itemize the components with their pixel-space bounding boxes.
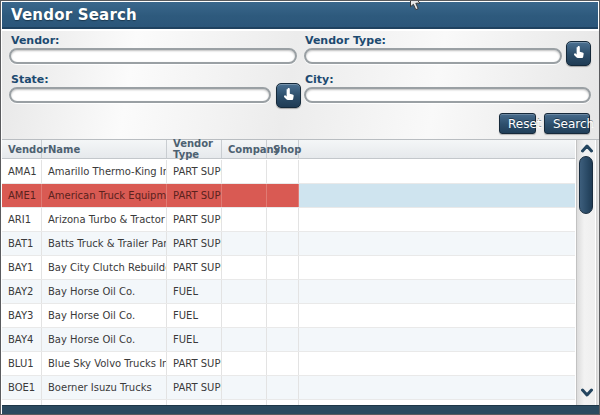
state-input[interactable] bbox=[9, 87, 271, 103]
table-row[interactable]: BOE1Boerner Isuzu TrucksPART SUPPLY bbox=[2, 376, 575, 400]
cell-name: Bay Horse Oil Co. bbox=[42, 280, 167, 303]
cell-name: Bay Horse Oil Co. bbox=[42, 304, 167, 327]
cell-shop bbox=[267, 376, 299, 399]
cell-vendor-type: FUEL bbox=[167, 304, 222, 327]
search-form: Vendor: Vendor Type: State: City: Reset … bbox=[2, 31, 600, 139]
vendor-search-window: Vendor Search Vendor: Vendor Type: State… bbox=[0, 0, 600, 415]
cell-company bbox=[222, 280, 267, 303]
cell-vendor: BAY2 bbox=[2, 280, 42, 303]
scroll-up-button[interactable] bbox=[578, 141, 595, 156]
table-body: AMA1Amarillo Thermo-King Inc.PART SUPPLY… bbox=[2, 160, 575, 406]
vertical-scrollbar[interactable] bbox=[576, 140, 595, 406]
cell-vendor: AMA1 bbox=[2, 160, 42, 183]
row-filler bbox=[299, 160, 575, 183]
cell-name: Batts Truck & Trailer Parts bbox=[42, 232, 167, 255]
row-filler bbox=[299, 184, 575, 207]
cell-vendor: ARI1 bbox=[2, 208, 42, 231]
vendor-input[interactable] bbox=[9, 48, 297, 64]
cell-shop bbox=[267, 184, 299, 207]
cell-shop bbox=[267, 208, 299, 231]
row-filler bbox=[299, 352, 575, 375]
city-input[interactable] bbox=[304, 87, 591, 103]
cell-vendor: BLU1 bbox=[2, 352, 42, 375]
cell-name: Amarillo Thermo-King Inc. bbox=[42, 160, 167, 183]
cell-shop bbox=[267, 352, 299, 375]
cell-company bbox=[222, 256, 267, 279]
cell-company bbox=[222, 160, 267, 183]
window-frame-edge bbox=[596, 140, 600, 406]
cell-vendor: BOE1 bbox=[2, 376, 42, 399]
table-row[interactable]: AME1American Truck EquipmentPART SUPPLY bbox=[2, 184, 575, 208]
column-header-name[interactable]: Name bbox=[42, 140, 167, 158]
cell-name: American Truck Equipment bbox=[42, 184, 167, 207]
state-label: State: bbox=[11, 73, 49, 86]
cell-name: Boerner Isuzu Trucks bbox=[42, 376, 167, 399]
cell-name: Arizona Turbo & Tractor Supply Inc. bbox=[42, 208, 167, 231]
scroll-down-button[interactable] bbox=[578, 385, 595, 400]
row-filler bbox=[299, 232, 575, 255]
cell-vendor-type: FUEL bbox=[167, 328, 222, 351]
column-header-company[interactable]: Company bbox=[222, 140, 267, 158]
row-filler bbox=[299, 304, 575, 327]
results-table: Vendor Name Vendor Type Company Shop AMA… bbox=[2, 139, 600, 405]
cell-shop bbox=[267, 304, 299, 327]
table-row[interactable]: BLU1Blue Sky Volvo Trucks Inc.PART SUPPL… bbox=[2, 352, 575, 376]
vendor-type-label: Vendor Type: bbox=[305, 34, 386, 47]
cell-vendor-type: PART SUPPLY bbox=[167, 184, 222, 207]
bottom-bar bbox=[2, 405, 600, 415]
reset-button[interactable]: Reset bbox=[499, 113, 536, 134]
table-row[interactable]: AMA1Amarillo Thermo-King Inc.PART SUPPLY bbox=[2, 160, 575, 184]
vendor-label: Vendor: bbox=[11, 34, 59, 47]
vendor-type-input[interactable] bbox=[304, 48, 562, 64]
row-filler bbox=[299, 376, 575, 399]
cell-vendor-type: PART SUPPLY bbox=[167, 256, 222, 279]
cell-company bbox=[222, 184, 267, 207]
cell-vendor: AME1 bbox=[2, 184, 42, 207]
vendor-type-picker-button[interactable] bbox=[566, 41, 591, 66]
cell-shop bbox=[267, 232, 299, 255]
row-filler bbox=[299, 328, 575, 351]
cell-vendor: BAT1 bbox=[2, 232, 42, 255]
cell-company bbox=[222, 352, 267, 375]
column-header-shop[interactable]: Shop bbox=[267, 140, 299, 158]
cell-name: Blue Sky Volvo Trucks Inc. bbox=[42, 352, 167, 375]
cell-vendor-type: PART SUPPLY bbox=[167, 352, 222, 375]
cell-vendor-type: PART SUPPLY bbox=[167, 208, 222, 231]
scrollbar-thumb[interactable] bbox=[579, 156, 593, 214]
pointer-hand-icon bbox=[281, 87, 296, 105]
state-picker-button[interactable] bbox=[276, 83, 301, 108]
search-button[interactable]: Search bbox=[544, 113, 590, 134]
cell-shop bbox=[267, 328, 299, 351]
row-filler bbox=[299, 256, 575, 279]
title-bar: Vendor Search bbox=[2, 2, 598, 29]
table-row[interactable]: BAY2Bay Horse Oil Co.FUEL bbox=[2, 280, 575, 304]
cell-vendor: BAY3 bbox=[2, 304, 42, 327]
chevron-up-icon bbox=[581, 141, 593, 156]
column-header-vendor[interactable]: Vendor bbox=[2, 140, 42, 158]
row-filler bbox=[299, 208, 575, 231]
cell-shop bbox=[267, 280, 299, 303]
cell-vendor-type: FUEL bbox=[167, 280, 222, 303]
table-row[interactable]: BAY1Bay City Clutch Rebuilders Inc.PART … bbox=[2, 256, 575, 280]
cell-company bbox=[222, 304, 267, 327]
cell-company bbox=[222, 328, 267, 351]
table-header-row: Vendor Name Vendor Type Company Shop bbox=[2, 140, 575, 159]
pointer-hand-icon bbox=[571, 45, 586, 63]
cell-vendor: BAY1 bbox=[2, 256, 42, 279]
column-header-filler bbox=[299, 140, 575, 158]
column-header-vendor-type[interactable]: Vendor Type bbox=[167, 140, 222, 158]
chevron-down-icon bbox=[581, 385, 593, 400]
cell-name: Bay City Clutch Rebuilders Inc. bbox=[42, 256, 167, 279]
cell-vendor-type: PART SUPPLY bbox=[167, 376, 222, 399]
table-row[interactable]: BAY3Bay Horse Oil Co.FUEL bbox=[2, 304, 575, 328]
cell-name: Bay Horse Oil Co. bbox=[42, 328, 167, 351]
cell-shop bbox=[267, 256, 299, 279]
table-row[interactable]: ARI1Arizona Turbo & Tractor Supply Inc.P… bbox=[2, 208, 575, 232]
cell-vendor: BAY4 bbox=[2, 328, 42, 351]
row-filler bbox=[299, 280, 575, 303]
cell-company bbox=[222, 208, 267, 231]
table-row[interactable]: BAY4Bay Horse Oil Co.FUEL bbox=[2, 328, 575, 352]
table-row[interactable]: BAT1Batts Truck & Trailer PartsPART SUPP… bbox=[2, 232, 575, 256]
cell-shop bbox=[267, 160, 299, 183]
city-label: City: bbox=[305, 73, 334, 86]
